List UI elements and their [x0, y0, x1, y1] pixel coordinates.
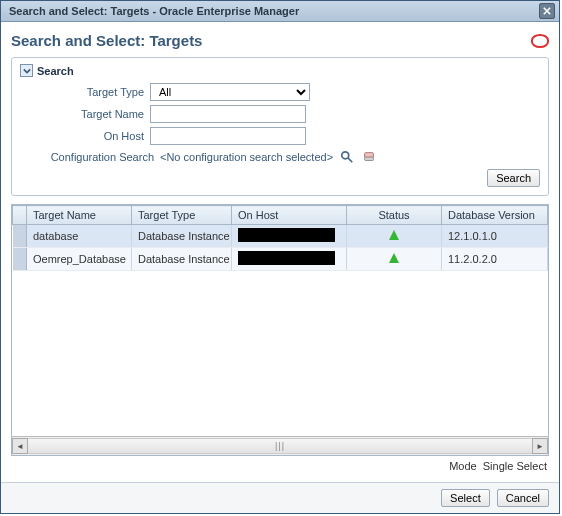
- target-name-label: Target Name: [44, 108, 144, 120]
- dialog-window: Search and Select: Targets - Oracle Ente…: [0, 0, 560, 514]
- target-type-row: Target Type All: [44, 83, 540, 101]
- cell-on-host: [232, 225, 347, 248]
- cell-on-host: [232, 248, 347, 271]
- redacted-host: [238, 228, 335, 242]
- row-selector[interactable]: [13, 248, 27, 271]
- target-name-input[interactable]: [150, 105, 306, 123]
- scroll-track[interactable]: |||: [28, 438, 532, 454]
- col-db-version[interactable]: Database Version: [442, 206, 548, 225]
- cell-target-name: Oemrep_Database: [27, 248, 132, 271]
- svg-line-3: [348, 158, 352, 162]
- col-target-type[interactable]: Target Type: [132, 206, 232, 225]
- mode-value: Single Select: [483, 460, 547, 472]
- table-row[interactable]: Oemrep_Database Database Instance 11.2.0…: [13, 248, 548, 271]
- scroll-right-icon[interactable]: ►: [532, 438, 548, 454]
- page-title: Search and Select: Targets: [11, 32, 202, 49]
- on-host-label: On Host: [44, 130, 144, 142]
- col-target-name[interactable]: Target Name: [27, 206, 132, 225]
- svg-rect-5: [365, 153, 374, 157]
- config-search-value: <No configuration search selected>: [160, 151, 333, 163]
- target-type-select[interactable]: All: [150, 83, 310, 101]
- config-search-row: Configuration Search <No configuration s…: [44, 149, 540, 165]
- search-button[interactable]: Search: [487, 169, 540, 187]
- close-button[interactable]: [539, 3, 555, 19]
- row-selector[interactable]: [13, 225, 27, 248]
- search-section-label: Search: [37, 65, 74, 77]
- cell-target-type: Database Instance: [132, 248, 232, 271]
- config-search-magnifier-icon[interactable]: [339, 149, 355, 165]
- horizontal-scrollbar[interactable]: ◄ ||| ►: [12, 436, 548, 455]
- on-host-input[interactable]: [150, 127, 306, 145]
- cell-target-name: database: [27, 225, 132, 248]
- target-name-row: Target Name: [44, 105, 540, 123]
- oracle-logo-icon: [531, 34, 549, 48]
- config-search-label: Configuration Search: [44, 151, 154, 163]
- results-grid: Target Name Target Type On Host Status D…: [11, 204, 549, 456]
- scroll-left-icon[interactable]: ◄: [12, 438, 28, 454]
- search-form: Target Type All Target Name On Host Conf…: [44, 83, 540, 187]
- status-up-icon: [389, 253, 399, 263]
- table-row[interactable]: database Database Instance 12.1.0.1.0: [13, 225, 548, 248]
- grid-empty-area: [12, 271, 548, 436]
- window-title: Search and Select: Targets - Oracle Ente…: [9, 5, 299, 17]
- close-icon: [543, 7, 551, 15]
- header-row: Target Name Target Type On Host Status D…: [13, 206, 548, 225]
- redacted-host: [238, 251, 335, 265]
- cell-target-type: Database Instance: [132, 225, 232, 248]
- on-host-row: On Host: [44, 127, 540, 145]
- search-button-row: Search: [44, 169, 540, 187]
- dialog-content: Search and Select: Targets Search Target…: [1, 22, 559, 482]
- status-up-icon: [389, 230, 399, 240]
- cancel-button[interactable]: Cancel: [497, 489, 549, 507]
- cell-status: [347, 248, 442, 271]
- results-table: Target Name Target Type On Host Status D…: [12, 205, 548, 271]
- col-on-host[interactable]: On Host: [232, 206, 347, 225]
- select-button[interactable]: Select: [441, 489, 490, 507]
- search-panel: Search Target Type All Target Name On Ho…: [11, 57, 549, 196]
- scroll-thumb[interactable]: |||: [275, 441, 285, 451]
- mode-label: Mode: [449, 460, 477, 472]
- col-selector[interactable]: [13, 206, 27, 225]
- svg-point-2: [342, 152, 349, 159]
- cell-status: [347, 225, 442, 248]
- page-header: Search and Select: Targets: [11, 32, 549, 49]
- collapse-icon[interactable]: [20, 64, 33, 77]
- target-type-label: Target Type: [44, 86, 144, 98]
- config-search-eraser-icon[interactable]: [361, 149, 377, 165]
- mode-row: Mode Single Select: [11, 456, 549, 476]
- title-bar: Search and Select: Targets - Oracle Ente…: [1, 1, 559, 22]
- dialog-footer: Select Cancel: [1, 482, 559, 513]
- col-status[interactable]: Status: [347, 206, 442, 225]
- cell-db-version: 11.2.0.2.0: [442, 248, 548, 271]
- cell-db-version: 12.1.0.1.0: [442, 225, 548, 248]
- search-header[interactable]: Search: [20, 64, 540, 77]
